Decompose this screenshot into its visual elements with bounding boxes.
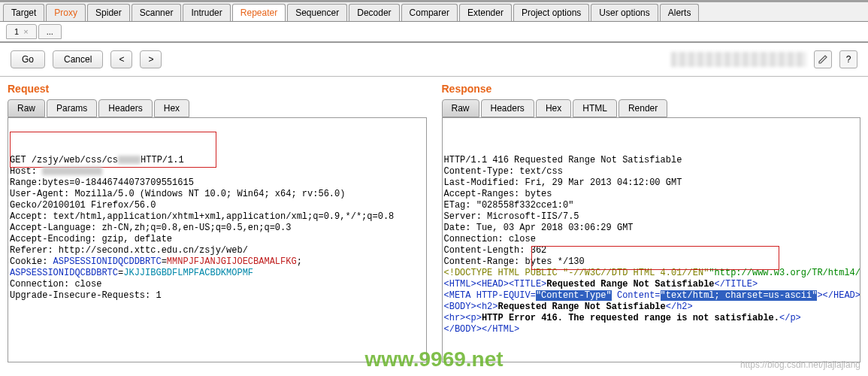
request-line: Accept-Language: zh-CN,zh;q=0.8,en-US;q=… xyxy=(10,223,425,234)
main-tab-decoder[interactable]: Decoder xyxy=(349,4,399,21)
response-line: Connection: close xyxy=(444,234,859,245)
response-pane: Response RawHeadersHexHTMLRender HTTP/1.… xyxy=(434,77,869,362)
request-line: Host: xyxy=(10,166,425,177)
watermark-right: https://blog.csdn.net/jiajiajiang xyxy=(740,359,860,370)
response-tab-html[interactable]: HTML xyxy=(573,99,617,117)
request-line: Upgrade-Insecure-Requests: 1 xyxy=(10,290,425,302)
sub-tab-new[interactable]: ... xyxy=(38,24,62,39)
prev-button[interactable]: < xyxy=(110,50,132,68)
request-line: ASPSESSIONIDQCBDBRTC=JKJJIBGBDFLMPFACBDK… xyxy=(10,268,425,279)
response-line: Content-Type: text/css xyxy=(444,166,859,177)
response-line: ETag: "028558f332cce1:0" xyxy=(444,200,859,211)
response-tabs: RawHeadersHexHTMLRender xyxy=(442,99,861,117)
main-tab-extender[interactable]: Extender xyxy=(459,4,512,21)
request-line: User-Agent: Mozilla/5.0 (Windows NT 10.0… xyxy=(10,189,425,200)
request-tab-hex[interactable]: Hex xyxy=(154,99,189,117)
cancel-button[interactable]: Cancel xyxy=(53,50,103,68)
repeater-sub-tabs: 1 × ... xyxy=(0,22,868,43)
request-tab-raw[interactable]: Raw xyxy=(8,99,45,117)
response-line: Content-Range: bytes */130 xyxy=(444,256,859,268)
request-body[interactable]: GET /zsjy/web/css/csHTTP/1.1Host: Range:… xyxy=(8,117,427,362)
response-tab-headers[interactable]: Headers xyxy=(481,99,534,117)
response-line: <hr><p>HTTP Error 416. The requested ran… xyxy=(444,313,859,324)
request-line: Gecko/20100101 Firefox/56.0 xyxy=(10,200,425,211)
response-tab-raw[interactable]: Raw xyxy=(442,99,479,117)
response-title: Response xyxy=(442,80,861,99)
response-body[interactable]: HTTP/1.1 416 Requested Range Not Satisfi… xyxy=(442,117,861,362)
main-tab-spider[interactable]: Spider xyxy=(87,4,130,21)
request-line: Accept-Encoding: gzip, deflate xyxy=(10,234,425,245)
response-line: HTTP/1.1 416 Requested Range Not Satisfi… xyxy=(444,155,859,166)
response-line: <META HTTP-EQUIV="Content-Type" Content=… xyxy=(444,290,859,302)
close-icon[interactable]: × xyxy=(23,27,28,36)
main-tab-project-options[interactable]: Project options xyxy=(513,4,589,21)
response-tab-hex[interactable]: Hex xyxy=(536,99,571,117)
request-line: GET /zsjy/web/css/csHTTP/1.1 xyxy=(10,155,425,166)
request-title: Request xyxy=(8,80,427,99)
sub-tab-1[interactable]: 1 × xyxy=(6,24,37,39)
request-line: Referer: http://second.xttc.edu.cn/zsjy/… xyxy=(10,245,425,256)
main-tab-alerts[interactable]: Alerts xyxy=(660,4,700,21)
watermark-center: www.9969.net xyxy=(364,347,503,371)
request-line: Accept: text/html,application/xhtml+xml,… xyxy=(10,211,425,223)
request-tabs: RawParamsHeadersHex xyxy=(8,99,427,117)
request-line: Range:bytes=0-18446744073709551615 xyxy=(10,177,425,189)
edit-icon[interactable] xyxy=(814,50,832,68)
response-line: <!DOCTYPE HTML PUBLIC "-//W3C//DTD HTML … xyxy=(444,268,859,279)
response-line: Last-Modified: Fri, 29 Mar 2013 04:12:00… xyxy=(444,177,859,189)
request-tab-params[interactable]: Params xyxy=(47,99,97,117)
request-line: Connection: close xyxy=(10,279,425,290)
request-line: Cookie: ASPSESSIONIDQCDDBRTC=MMNPJFJANJG… xyxy=(10,256,425,268)
response-tab-render[interactable]: Render xyxy=(618,99,667,117)
main-tab-intruder[interactable]: Intruder xyxy=(183,4,230,21)
main-tabs: TargetProxySpiderScannerIntruderRepeater… xyxy=(0,2,868,22)
response-line: <HTML><HEAD><TITLE>Requested Range Not S… xyxy=(444,279,859,290)
response-line: Accept-Ranges: bytes xyxy=(444,189,859,200)
main-tab-repeater[interactable]: Repeater xyxy=(232,4,286,21)
request-tab-headers[interactable]: Headers xyxy=(98,99,152,117)
main-tab-comparer[interactable]: Comparer xyxy=(401,4,458,21)
main-tab-user-options[interactable]: User options xyxy=(591,4,658,21)
response-line: Server: Microsoft-IIS/7.5 xyxy=(444,211,859,223)
response-line: <BODY><h2>Requested Range Not Satisfiabl… xyxy=(444,302,859,313)
response-line: Date: Tue, 03 Apr 2018 03:06:29 GMT xyxy=(444,223,859,234)
response-line: Content-Length: 362 xyxy=(444,245,859,256)
main-tab-target[interactable]: Target xyxy=(3,4,44,21)
next-button[interactable]: > xyxy=(140,50,162,68)
main-tab-proxy[interactable]: Proxy xyxy=(46,4,86,21)
action-bar: Go Cancel < > ? xyxy=(0,43,868,77)
go-button[interactable]: Go xyxy=(11,50,45,68)
main-tab-sequencer[interactable]: Sequencer xyxy=(287,4,347,21)
target-host-blurred xyxy=(671,52,806,67)
response-line: </BODY></HTML> xyxy=(444,324,859,335)
request-pane: Request RawParamsHeadersHex GET /zsjy/we… xyxy=(0,77,434,362)
main-tab-scanner[interactable]: Scanner xyxy=(132,4,182,21)
help-icon[interactable]: ? xyxy=(839,50,857,68)
